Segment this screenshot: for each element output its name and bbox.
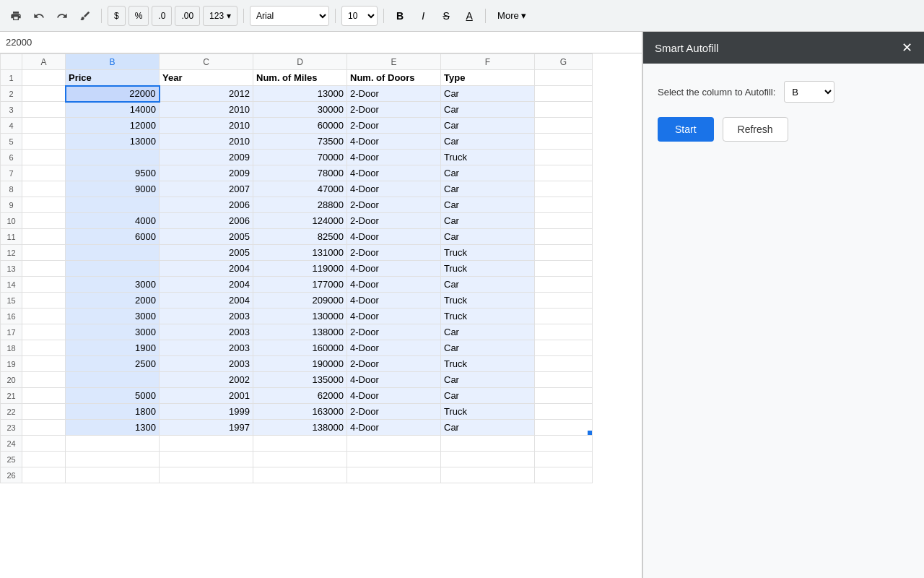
cell-g22[interactable]: [535, 404, 593, 420]
cell-d14[interactable]: 177000: [253, 277, 347, 293]
cell-b17[interactable]: 3000: [66, 324, 160, 340]
underline-button[interactable]: A: [459, 6, 479, 26]
cell-f13[interactable]: Truck: [441, 261, 535, 277]
percent-button[interactable]: %: [128, 6, 149, 26]
cell-a14[interactable]: [22, 277, 66, 293]
cell-f4[interactable]: Car: [441, 118, 535, 134]
cell-b7[interactable]: 9500: [66, 165, 160, 181]
cell-a15[interactable]: [22, 293, 66, 309]
cell-c2[interactable]: 2012: [160, 86, 253, 102]
cell-c19[interactable]: 2003: [160, 356, 253, 372]
cell-c7[interactable]: 2009: [160, 165, 253, 181]
cell-a22[interactable]: [22, 404, 66, 420]
cell-g10[interactable]: [535, 213, 593, 229]
cell-g18[interactable]: [535, 340, 593, 356]
cell-a21[interactable]: [22, 388, 66, 404]
cell-g23[interactable]: [535, 420, 593, 436]
cell-c9[interactable]: 2006: [160, 197, 253, 213]
col-header-E[interactable]: E: [347, 54, 441, 70]
cell-c22[interactable]: 1999: [160, 404, 253, 420]
cell-e12[interactable]: 2-Door: [347, 245, 441, 261]
cell-empty-25-5[interactable]: [441, 452, 535, 467]
cell-empty-25-4[interactable]: [347, 452, 441, 467]
cell-a5[interactable]: [22, 134, 66, 150]
cell-empty-26-6[interactable]: [535, 467, 593, 483]
cell-e20[interactable]: 4-Door: [347, 372, 441, 388]
redo-button[interactable]: [52, 6, 72, 26]
cell-d13[interactable]: 119000: [253, 261, 347, 277]
cell-empty-26-1[interactable]: [66, 467, 160, 483]
cell-d5[interactable]: 73500: [253, 134, 347, 150]
cell-a1[interactable]: [22, 70, 66, 86]
more-button[interactable]: More ▾: [492, 6, 532, 26]
cell-c13[interactable]: 2004: [160, 261, 253, 277]
grid-container[interactable]: A B C D E F G 1 Price Year: [0, 53, 642, 578]
decimal-increase-button[interactable]: .00: [175, 6, 200, 26]
cell-empty-24-5[interactable]: [441, 436, 535, 452]
number-format-button[interactable]: 123 ▾: [203, 6, 237, 26]
cell-g19[interactable]: [535, 356, 593, 372]
cell-c1[interactable]: Year: [160, 70, 253, 86]
cell-f6[interactable]: Truck: [441, 150, 535, 165]
cell-c11[interactable]: 2005: [160, 229, 253, 245]
cell-c3[interactable]: 2010: [160, 102, 253, 118]
cell-b21[interactable]: 5000: [66, 388, 160, 404]
cell-e16[interactable]: 4-Door: [347, 309, 441, 324]
cell-f23[interactable]: Car: [441, 420, 535, 436]
cell-f12[interactable]: Truck: [441, 245, 535, 261]
cell-e22[interactable]: 2-Door: [347, 404, 441, 420]
cell-d2[interactable]: 13000: [253, 86, 347, 102]
cell-f5[interactable]: Car: [441, 134, 535, 150]
start-button[interactable]: Start: [658, 117, 714, 142]
cell-a13[interactable]: [22, 261, 66, 277]
print-button[interactable]: [6, 6, 26, 26]
cell-b11[interactable]: 6000: [66, 229, 160, 245]
cell-e15[interactable]: 4-Door: [347, 293, 441, 309]
cell-b5[interactable]: 13000: [66, 134, 160, 150]
cell-a4[interactable]: [22, 118, 66, 134]
cell-f14[interactable]: Car: [441, 277, 535, 293]
cell-empty-26-2[interactable]: [160, 467, 253, 483]
cell-b1[interactable]: Price: [66, 70, 160, 86]
cell-f20[interactable]: Car: [441, 372, 535, 388]
cell-e18[interactable]: 4-Door: [347, 340, 441, 356]
cell-b6[interactable]: [66, 150, 160, 165]
cell-d12[interactable]: 131000: [253, 245, 347, 261]
cell-c23[interactable]: 1997: [160, 420, 253, 436]
cell-b16[interactable]: 3000: [66, 309, 160, 324]
cell-c16[interactable]: 2003: [160, 309, 253, 324]
cell-g21[interactable]: [535, 388, 593, 404]
cell-empty-25-1[interactable]: [66, 452, 160, 467]
selection-handle[interactable]: [588, 431, 592, 435]
cell-empty-24-2[interactable]: [160, 436, 253, 452]
cell-empty-24-3[interactable]: [253, 436, 347, 452]
autofill-close-button[interactable]: ✕: [902, 41, 912, 54]
italic-button[interactable]: I: [413, 6, 433, 26]
cell-f9[interactable]: Car: [441, 197, 535, 213]
cell-empty-25-2[interactable]: [160, 452, 253, 467]
column-select[interactable]: B A C D E F: [784, 81, 834, 103]
cell-f15[interactable]: Truck: [441, 293, 535, 309]
cell-b2[interactable]: 22000: [66, 86, 160, 102]
cell-g13[interactable]: [535, 261, 593, 277]
cell-a12[interactable]: [22, 245, 66, 261]
cell-b22[interactable]: 1800: [66, 404, 160, 420]
cell-b18[interactable]: 1900: [66, 340, 160, 356]
cell-empty-25-3[interactable]: [253, 452, 347, 467]
cell-d7[interactable]: 78000: [253, 165, 347, 181]
cell-f16[interactable]: Truck: [441, 309, 535, 324]
cell-a10[interactable]: [22, 213, 66, 229]
cell-a11[interactable]: [22, 229, 66, 245]
cell-a8[interactable]: [22, 181, 66, 197]
cell-e8[interactable]: 4-Door: [347, 181, 441, 197]
cell-f3[interactable]: Car: [441, 102, 535, 118]
cell-c18[interactable]: 2003: [160, 340, 253, 356]
cell-a6[interactable]: [22, 150, 66, 165]
cell-g16[interactable]: [535, 309, 593, 324]
cell-d6[interactable]: 70000: [253, 150, 347, 165]
cell-c12[interactable]: 2005: [160, 245, 253, 261]
font-family-select[interactable]: Arial Times New Roman Courier New: [250, 6, 329, 26]
cell-empty-26-5[interactable]: [441, 467, 535, 483]
cell-empty-25-0[interactable]: [22, 452, 66, 467]
cell-d16[interactable]: 130000: [253, 309, 347, 324]
